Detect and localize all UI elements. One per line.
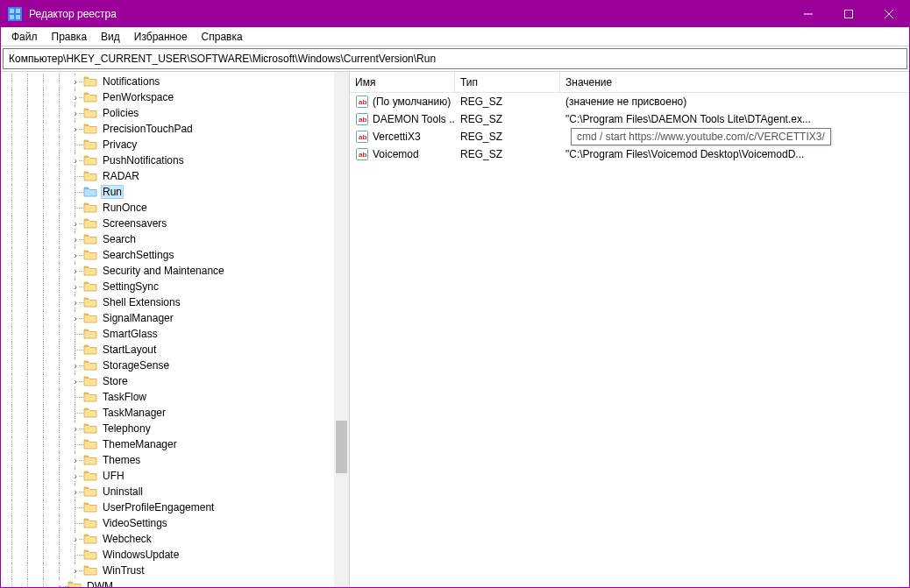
tree-node[interactable]: TaskFlow [4, 389, 349, 405]
value-row[interactable]: ab (По умолчанию)REG_SZ(значение не прис… [350, 93, 909, 110]
expand-icon[interactable]: › [73, 155, 78, 166]
menu-view[interactable]: Вид [94, 29, 127, 45]
expand-icon[interactable]: › [73, 423, 78, 434]
tree-node[interactable]: › Store [4, 373, 349, 389]
tree-node-label: Screensavers [101, 217, 168, 230]
tree-node[interactable]: › Policies [4, 105, 349, 121]
expand-icon[interactable]: › [73, 455, 78, 465]
scroll-thumb[interactable] [336, 421, 347, 473]
tree-node-label: Privacy [101, 138, 139, 151]
folder-icon [83, 328, 97, 340]
tree-node[interactable]: › Webcheck [4, 531, 349, 547]
maximize-button[interactable] [828, 1, 869, 27]
tree-node[interactable]: VideoSettings [4, 515, 349, 531]
content-area: › Notifications› PenWorkspace› Policies›… [1, 71, 909, 587]
menu-favorites[interactable]: Избранное [127, 29, 195, 45]
column-name[interactable]: Имя [350, 72, 455, 92]
folder-icon [83, 501, 97, 514]
tree-node[interactable]: WindowsUpdate [4, 547, 349, 563]
folder-icon [68, 580, 82, 587]
expand-icon[interactable]: › [73, 108, 78, 118]
folder-icon [83, 265, 97, 277]
expand-icon[interactable]: › [73, 250, 78, 260]
tree-node-label: PushNotifications [101, 154, 186, 166]
tree-node[interactable]: › Uninstall [4, 484, 349, 499]
tree-node[interactable]: › WinTrust [4, 563, 349, 578]
folder-icon [83, 107, 97, 119]
tree-node-label: Uninstall [101, 485, 145, 498]
address-text: Компьютер\HKEY_CURRENT_USER\SOFTWARE\Mic… [9, 53, 436, 65]
tree-node-label: RunOnce [101, 202, 149, 214]
tree-node[interactable]: SmartGlass [4, 326, 349, 342]
tree-node[interactable]: › SearchSettings [4, 247, 349, 263]
tree-node[interactable]: RunOnce [4, 200, 349, 216]
tree-node[interactable]: › PenWorkspace [4, 89, 349, 105]
tree-node[interactable]: UserProfileEngagement [4, 499, 349, 515]
value-row[interactable]: ab VoicemodREG_SZ"C:\Program Files\Voice… [350, 145, 909, 163]
values-panel: Имя Тип Значение ab (По умолчанию)REG_SZ… [350, 72, 909, 587]
tree-node[interactable]: › Telephony [4, 421, 349, 436]
expand-icon[interactable]: › [73, 297, 78, 308]
tree-node[interactable]: › Security and Maintenance [4, 263, 349, 279]
minimize-button[interactable] [788, 1, 828, 27]
tree-node[interactable]: › Notifications [4, 74, 349, 89]
address-bar[interactable]: Компьютер\HKEY_CURRENT_USER\SOFTWARE\Mic… [3, 48, 907, 69]
tree-node[interactable]: › Screensavers [4, 216, 349, 231]
registry-tree[interactable]: › Notifications› PenWorkspace› Policies›… [1, 72, 349, 587]
expand-icon[interactable]: › [73, 486, 78, 497]
expand-icon[interactable]: › [73, 266, 78, 276]
tree-node[interactable]: › SettingSync [4, 279, 349, 294]
expand-icon[interactable]: › [73, 313, 78, 323]
folder-icon [83, 91, 97, 103]
tree-node[interactable]: RADAR [4, 168, 349, 184]
titlebar: Редактор реестра [1, 1, 909, 27]
expand-icon[interactable]: › [73, 234, 78, 244]
tree-node[interactable]: › Themes [4, 452, 349, 468]
folder-icon [83, 312, 97, 324]
value-type: REG_SZ [455, 131, 560, 143]
folder-icon [83, 454, 97, 466]
tree-node[interactable]: › StorageSense [4, 358, 349, 373]
column-value[interactable]: Значение [560, 72, 909, 92]
expand-icon[interactable]: › [73, 376, 78, 386]
tree-node[interactable]: Privacy [4, 137, 349, 152]
expand-icon[interactable]: › [73, 534, 78, 544]
tree-node[interactable]: › PrecisionTouchPad [4, 121, 349, 137]
tree-node[interactable]: › SignalManager [4, 310, 349, 326]
folder-icon [83, 186, 97, 198]
tree-node-label: StartLayout [101, 344, 158, 356]
expand-icon[interactable]: › [73, 92, 78, 103]
tree-node[interactable]: › UFH [4, 468, 349, 484]
menu-file[interactable]: Файл [4, 29, 45, 45]
expand-icon[interactable]: › [73, 565, 78, 576]
tree-node[interactable]: TaskManager [4, 405, 349, 421]
tree-scrollbar[interactable] [334, 72, 349, 587]
menu-edit[interactable]: Правка [45, 29, 95, 45]
menu-help[interactable]: Справка [195, 29, 250, 45]
folder-icon [83, 564, 97, 577]
column-type[interactable]: Тип [455, 72, 560, 92]
reg-string-icon: ab [355, 130, 369, 144]
tree-node[interactable]: › Shell Extensions [4, 294, 349, 310]
expand-icon[interactable]: › [73, 218, 78, 229]
tree-node[interactable]: › Search [4, 231, 349, 247]
tree-node[interactable]: › PushNotifications [4, 152, 349, 168]
tree-node[interactable]: › DWM [4, 578, 349, 587]
expand-icon[interactable]: › [73, 471, 78, 481]
close-button[interactable] [869, 1, 909, 27]
values-list[interactable]: ab (По умолчанию)REG_SZ(значение не прис… [350, 93, 909, 587]
folder-icon [83, 407, 97, 419]
tree-node[interactable]: StartLayout [4, 342, 349, 358]
expand-icon[interactable]: › [73, 360, 78, 371]
values-header: Имя Тип Значение [350, 72, 909, 93]
svg-text:ab: ab [359, 133, 366, 141]
expand-icon[interactable]: › [73, 124, 78, 134]
tree-node[interactable]: ThemeManager [4, 436, 349, 452]
value-row[interactable]: ab DAEMON Tools ...REG_SZ"C:\Program Fil… [350, 110, 909, 128]
expand-icon[interactable]: › [73, 281, 78, 292]
tree-node[interactable]: Run [4, 184, 349, 200]
tooltip: cmd / start https://www.youtube.com/c/VE… [571, 128, 831, 145]
expand-icon[interactable]: › [57, 581, 62, 587]
expand-icon[interactable]: › [73, 76, 78, 87]
folder-icon [83, 280, 97, 293]
